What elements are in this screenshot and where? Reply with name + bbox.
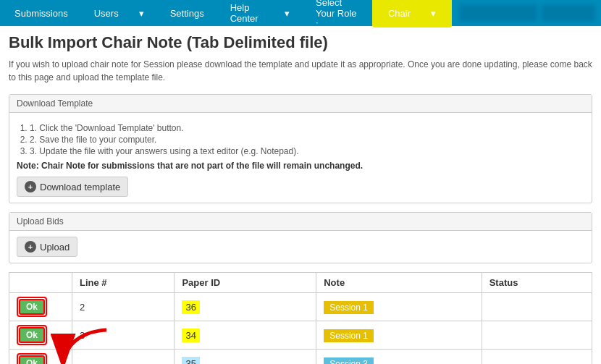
page-title: Bulk Import Chair Note (Tab Delimited fi…	[9, 33, 592, 52]
note-value: Session 3	[324, 357, 374, 365]
row-status-icon-cell: Ok	[9, 293, 72, 321]
table-row: Ok 35 Session 3	[9, 350, 592, 365]
col-header-status-icon	[9, 273, 72, 293]
col-header-line: Line #	[72, 273, 175, 293]
row-note: Session 1	[316, 321, 482, 350]
row-paper-id: 35	[175, 350, 316, 365]
role-selector: Select Your Role : Chair ▾	[307, 0, 452, 27]
main-content: Bulk Import Chair Note (Tab Delimited fi…	[0, 26, 601, 364]
row-status-icon-cell: Ok	[9, 321, 72, 350]
chevron-down-icon: ▾	[276, 0, 298, 26]
chevron-down-icon: ▾	[422, 0, 445, 26]
col-header-status: Status	[482, 273, 592, 293]
table-row: Ok 3 34 Session 1	[9, 321, 592, 350]
nav-users-label: Users	[85, 0, 127, 26]
instruction-3: 3. Update the file with your answers usi…	[30, 146, 584, 156]
ok-wrapper: Ok	[17, 353, 47, 364]
instruction-list: 1. Click the 'Download Template' button.…	[30, 123, 584, 156]
ok-badge: Ok	[19, 327, 45, 343]
nav-settings[interactable]: Settings	[161, 0, 213, 26]
user-buttons: ████████ ████	[459, 4, 595, 22]
page-description: If you wish to upload chair note for Ses…	[9, 58, 592, 84]
upload-bids-section: Upload Bids + Upload	[9, 212, 592, 263]
ok-badge: Ok	[19, 299, 45, 315]
row-status-icon-cell: Ok	[9, 350, 72, 365]
paper-id-value: 36	[182, 300, 199, 314]
user-button-2[interactable]: ████	[542, 4, 595, 22]
row-note: Session 3	[316, 350, 482, 365]
instruction-1: 1. Click the 'Download Template' button.	[30, 123, 584, 133]
instruction-2: 2. Save the file to your computer.	[30, 135, 584, 145]
row-paper-id: 34	[175, 321, 316, 350]
row-line: 2	[72, 293, 175, 321]
role-label: Select Your Role :	[307, 0, 369, 26]
download-template-section: Download Template 1. Click the 'Download…	[9, 94, 592, 203]
upload-button-label: Upload	[40, 242, 70, 253]
row-status	[482, 350, 592, 365]
ok-badge: Ok	[19, 355, 45, 364]
row-note: Session 1	[316, 293, 482, 321]
col-header-paper-id: Paper ID	[175, 273, 316, 293]
chevron-down-icon: ▾	[130, 0, 153, 26]
note-value: Session 1	[324, 329, 374, 342]
row-status	[482, 293, 592, 321]
import-table: Line # Paper ID Note Status Ok 2 36 Se	[9, 272, 592, 364]
plus-icon: +	[25, 241, 36, 253]
download-section-body: 1. Click the 'Download Template' button.…	[9, 113, 592, 203]
row-line: 3	[72, 321, 175, 350]
note-value: Session 1	[324, 301, 374, 314]
ok-wrapper: Ok	[17, 325, 47, 345]
nav-users[interactable]: Users ▾	[77, 0, 161, 26]
user-button-1[interactable]: ████████	[459, 4, 537, 22]
download-section-header: Download Template	[9, 95, 592, 113]
download-template-button[interactable]: + Download template	[17, 177, 128, 197]
ok-wrapper: Ok	[17, 297, 47, 317]
nav-submissions[interactable]: Submissions	[6, 0, 77, 26]
paper-id-value: 35	[182, 357, 199, 365]
row-status	[482, 321, 592, 350]
role-dropdown-button[interactable]: Chair ▾	[372, 0, 452, 27]
download-note: Note: Chair Note for submissions that ar…	[17, 161, 584, 171]
navbar: Submissions Users ▾ Settings Help Center…	[0, 0, 601, 26]
paper-id-value: 34	[182, 329, 199, 342]
upload-button[interactable]: + Upload	[17, 237, 77, 257]
row-paper-id: 36	[175, 293, 316, 321]
table-row: Ok 2 36 Session 1	[9, 293, 592, 321]
plus-icon: +	[25, 181, 36, 192]
nav-help[interactable]: Help Center ▾	[213, 0, 307, 26]
nav-help-label: Help Center	[222, 0, 273, 26]
upload-section-body: + Upload	[9, 231, 592, 263]
upload-section-header: Upload Bids	[9, 213, 592, 231]
col-header-note: Note	[316, 273, 482, 293]
download-button-label: Download template	[40, 182, 120, 192]
role-value: Chair	[379, 0, 419, 26]
row-line	[72, 350, 175, 365]
